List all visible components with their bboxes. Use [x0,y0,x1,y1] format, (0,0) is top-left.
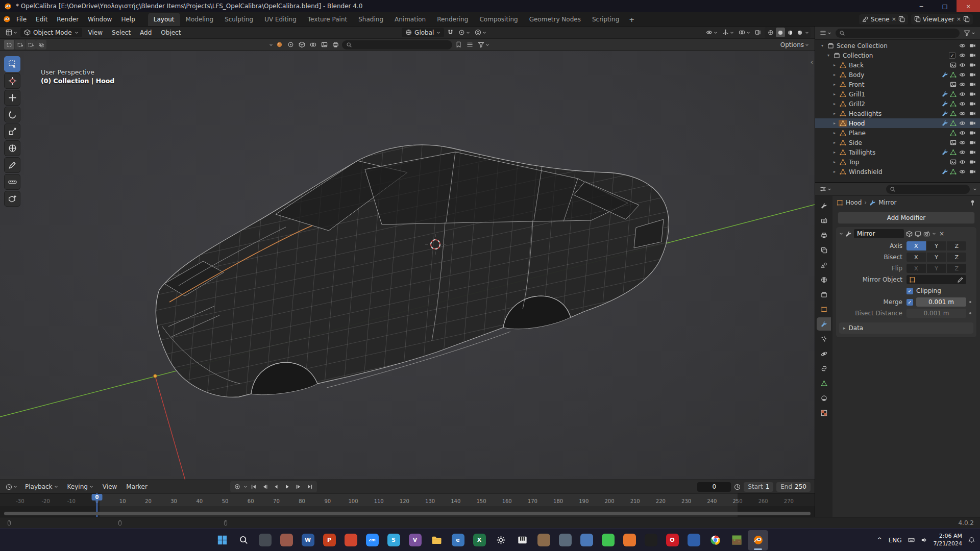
properties-tab-particles[interactable] [817,332,831,345]
menu-file[interactable]: File [12,14,31,24]
taskbar-app-minecraft[interactable] [726,530,747,550]
properties-tab-collection[interactable] [817,288,831,301]
collapse-chevron-icon[interactable] [839,232,843,236]
taskbar-app-zoom[interactable]: zm [362,530,382,550]
proportional-edit-dropdown[interactable] [473,28,488,37]
visibility-eye-icon[interactable] [958,101,967,107]
tool-measure[interactable] [4,174,20,190]
tool-transform[interactable] [4,140,20,156]
render-camera-icon[interactable] [968,81,977,88]
workspace-tab-texture-paint[interactable]: Texture Paint [302,13,353,26]
visibility-eye-icon[interactable] [958,42,967,49]
taskbar-app-app-blue[interactable] [683,530,704,550]
taskbar-app-firefox[interactable] [619,530,640,550]
properties-tab-view-layer[interactable] [817,243,831,257]
visibility-eye-icon[interactable] [958,130,967,136]
taskbar-app-opera[interactable]: O [662,530,682,550]
properties-tab-world[interactable] [817,273,831,286]
taskbar-app-settings[interactable] [491,530,511,550]
taskbar-app-photos[interactable] [576,530,597,550]
breadcrumb-object[interactable]: Hood [846,199,862,206]
render-camera-icon[interactable] [968,120,977,127]
viewport-3d[interactable]: Object Mode ViewSelectAddObject Global [0,27,815,480]
viewport-menu-object[interactable]: Object [156,28,185,38]
render-camera-icon[interactable] [968,91,977,97]
taskbar-app-blender[interactable] [748,530,768,550]
tool-scale[interactable] [4,123,20,139]
viewlayer-unlink-icon[interactable]: × [957,16,961,22]
outliner-item-headlights[interactable]: ▸Headlights [815,109,980,118]
visibility-eye-icon[interactable] [958,120,967,127]
workspace-tab-scripting[interactable]: Scripting [586,13,625,26]
search-input[interactable] [355,41,448,49]
select-mode-intersect[interactable] [36,40,46,49]
outliner-item-front[interactable]: ▸Front [815,80,980,89]
shading-solid-button[interactable] [776,28,785,37]
language-indicator[interactable]: ENG [889,537,902,544]
render-camera-icon[interactable] [968,101,977,107]
animate-dot[interactable] [969,301,971,303]
outliner-item-taillights[interactable]: ▸Taillights [815,147,980,157]
mirror-object-field[interactable] [906,275,966,284]
modifier-name-field[interactable]: Mirror [854,229,904,238]
collection-checkbox[interactable]: ✓ [948,52,957,59]
taskbar-app-edge[interactable]: e [448,530,468,550]
render-camera-icon[interactable] [968,130,977,136]
touch-keyboard-icon[interactable] [908,537,915,543]
properties-tab-scene[interactable] [817,258,831,271]
visibility-eye-icon[interactable] [958,139,967,146]
axis-toggle-y[interactable]: Y [927,241,946,251]
viewport-menu-add[interactable]: Add [135,28,156,38]
visibility-eye-icon[interactable] [958,110,967,117]
viewport-menu-select[interactable]: Select [107,28,135,38]
next-keyframe-button[interactable] [293,482,304,491]
play-reverse-button[interactable] [271,482,281,491]
viewport-menu-view[interactable]: View [84,28,107,38]
workspace-tab-rendering[interactable]: Rendering [431,13,474,26]
timeline-menu-marker[interactable]: Marker [121,482,152,492]
jump-to-end-button[interactable] [305,482,315,491]
visibility-eye-icon[interactable] [958,168,967,175]
remove-modifier-button[interactable]: × [939,230,944,237]
taskbar-app-chrome[interactable] [705,530,725,550]
visibility-dropdown[interactable] [704,28,719,37]
current-frame-field[interactable]: 0 [697,482,731,492]
properties-tab-modifiers[interactable] [817,317,831,331]
axis-toggle-z[interactable]: Z [947,241,966,251]
pin-icon[interactable] [969,199,976,206]
tool-add-cube[interactable] [4,191,20,207]
tray-expand-icon[interactable]: ^ [877,536,883,544]
auto-keying-button[interactable] [232,482,242,491]
outliner-item-grill2[interactable]: ▸Grill2 [815,99,980,109]
toggle-icon-2[interactable] [297,40,307,49]
render-camera-icon[interactable] [968,168,977,175]
select-mode-extend[interactable] [15,40,25,49]
select-mode-subtract[interactable] [26,40,36,49]
chevron-down-icon[interactable] [973,187,977,191]
mode-dropdown[interactable]: Object Mode [20,28,82,37]
tool-rotate[interactable] [4,107,20,122]
taskbar-app-app-brown[interactable] [533,530,554,550]
workspace-tab-compositing[interactable]: Compositing [474,13,523,26]
timeline-scrollbar[interactable] [4,512,811,515]
tool-annotate[interactable] [4,157,20,173]
render-camera-icon[interactable] [968,42,977,49]
scene-copy-icon[interactable] [898,16,905,22]
toggle-icon-1[interactable] [286,40,296,49]
workspace-tab-uv-editing[interactable]: UV Editing [259,13,302,26]
taskbar-app-mail[interactable] [276,530,297,550]
render-camera-icon[interactable] [968,71,977,78]
toggle-icon-4[interactable] [320,40,329,49]
visibility-eye-icon[interactable] [958,81,967,88]
taskbar-app-powerpoint[interactable]: P [319,530,339,550]
shading-material-button[interactable] [786,28,795,37]
tool-select-box[interactable] [4,56,20,72]
outliner-editor-type-button[interactable] [818,28,833,38]
modifier-extras-icon[interactable] [932,232,936,236]
menu-window[interactable]: Window [83,14,116,24]
outliner-item-windshield[interactable]: ▸Windshield [815,167,980,177]
render-camera-icon[interactable] [968,139,977,146]
render-camera-icon[interactable] [968,52,977,59]
jump-to-start-button[interactable] [249,482,259,491]
play-button[interactable] [282,482,292,491]
